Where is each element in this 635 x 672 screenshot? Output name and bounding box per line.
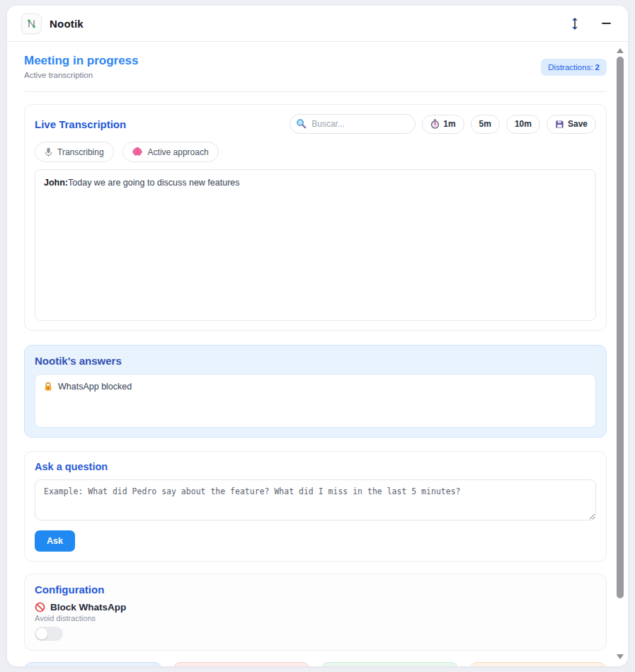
minimize-button[interactable] (599, 21, 614, 25)
save-label: Save (568, 119, 588, 129)
app-logo (21, 13, 42, 34)
page-title: Meeting in progress (24, 54, 139, 68)
transcript-line: John:Today we are going to discuss new f… (44, 178, 587, 188)
status-badges: Transcribing Active approach (35, 142, 596, 162)
save-button[interactable]: Save (547, 115, 596, 134)
block-icon (35, 602, 45, 613)
search-input[interactable] (290, 114, 416, 134)
transcript-speaker: John: (44, 178, 68, 188)
distractions-label: Distractions: (548, 63, 593, 72)
transcribing-badge: Transcribing (35, 142, 114, 162)
live-transcription-header: Live Transcription (35, 114, 596, 134)
configuration-card: Configuration Block WhatsApp Avoid distr… (24, 574, 607, 651)
active-approach-badge: Active approach (122, 142, 219, 162)
search-icon (296, 118, 307, 129)
lock-icon (44, 382, 52, 392)
ask-button[interactable]: Ask (35, 530, 75, 552)
feature-cards-row (24, 662, 607, 666)
timer-1m-button[interactable]: 1m (422, 115, 464, 134)
minimize-icon (602, 23, 611, 24)
vertical-scrollbar[interactable] (614, 44, 626, 666)
configuration-title: Configuration (35, 583, 596, 596)
feature-card-red[interactable] (173, 662, 311, 666)
block-whatsapp-toggle[interactable] (35, 627, 63, 641)
timer-10m-label: 10m (515, 119, 532, 129)
question-input[interactable] (35, 479, 596, 520)
header-divider (24, 91, 607, 92)
answers-card: Nootik's answers WhatsApp blocked (24, 345, 607, 438)
distractions-badge: Distractions:2 (541, 59, 607, 76)
block-whatsapp-setting: Block WhatsApp Avoid distractions (35, 602, 596, 641)
main-content: Meeting in progress Active transcription… (7, 42, 628, 666)
nootik-logo-icon (25, 18, 38, 30)
ask-title: Ask a question (35, 461, 596, 472)
transcript-text: Today we are going to discuss new featur… (68, 178, 240, 188)
title-bar: Nootik (7, 6, 628, 42)
scroll-down-arrow-icon[interactable] (617, 654, 624, 659)
search-box (290, 114, 416, 134)
block-whatsapp-label: Block WhatsApp (50, 602, 126, 613)
live-transcription-card: Live Transcription (24, 104, 607, 331)
timer-10m-button[interactable]: 10m (506, 115, 540, 134)
block-whatsapp-description: Avoid distractions (35, 614, 596, 622)
distractions-count: 2 (595, 63, 600, 72)
timer-5m-label: 5m (479, 119, 491, 129)
feature-card-green[interactable] (321, 662, 459, 666)
meeting-header: Meeting in progress Active transcription… (17, 52, 607, 79)
timer-1m-label: 1m (443, 119, 455, 129)
app-window: Nootik Meeting in progress Active transc… (7, 6, 628, 666)
resize-vertical-icon (571, 17, 579, 30)
scrollbar-thumb[interactable] (617, 57, 624, 598)
answers-title: Nootik's answers (35, 355, 596, 367)
active-approach-label: Active approach (148, 147, 209, 157)
microphone-icon (45, 147, 52, 157)
feature-card-orange[interactable] (469, 662, 607, 666)
page-subtitle: Active transcription (24, 71, 139, 79)
brain-icon (132, 147, 143, 156)
transcription-controls: 1m 5m 10m Save (290, 114, 596, 134)
answer-text: WhatsApp blocked (58, 382, 132, 392)
timer-5m-button[interactable]: 5m (471, 115, 500, 134)
save-icon (555, 120, 564, 129)
toggle-knob (36, 628, 47, 639)
scroll-up-arrow-icon[interactable] (617, 48, 624, 53)
feature-card-blue[interactable] (24, 662, 162, 666)
ask-card: Ask a question Ask (24, 451, 607, 562)
window-controls (568, 16, 614, 32)
stopwatch-icon (430, 119, 440, 129)
answer-item: WhatsApp blocked (44, 382, 587, 392)
resize-vertical-button[interactable] (568, 16, 582, 32)
answers-box: WhatsApp blocked (35, 374, 596, 428)
transcript-area[interactable]: John:Today we are going to discuss new f… (35, 169, 596, 321)
live-transcription-title: Live Transcription (35, 118, 126, 130)
transcribing-label: Transcribing (57, 147, 104, 157)
app-title: Nootik (50, 18, 84, 30)
